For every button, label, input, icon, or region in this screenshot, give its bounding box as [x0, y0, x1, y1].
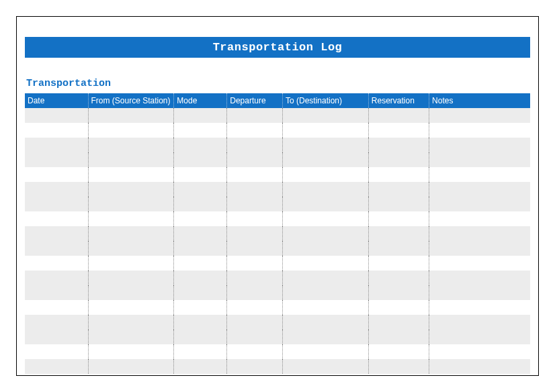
table-cell[interactable]	[227, 359, 283, 374]
table-cell[interactable]	[227, 108, 283, 123]
table-cell[interactable]	[174, 256, 227, 271]
table-cell[interactable]	[283, 241, 369, 256]
table-cell[interactable]	[25, 330, 88, 344]
table-cell[interactable]	[88, 211, 174, 226]
table-cell[interactable]	[174, 167, 227, 182]
table-cell[interactable]	[88, 167, 174, 182]
table-cell[interactable]	[429, 330, 530, 344]
table-cell[interactable]	[88, 256, 174, 271]
table-cell[interactable]	[429, 138, 530, 152]
table-cell[interactable]	[429, 241, 530, 256]
table-cell[interactable]	[88, 330, 174, 344]
table-cell[interactable]	[429, 182, 530, 197]
table-cell[interactable]	[227, 197, 283, 211]
table-cell[interactable]	[174, 226, 227, 241]
table-cell[interactable]	[368, 211, 429, 226]
table-cell[interactable]	[368, 226, 429, 241]
table-cell[interactable]	[25, 182, 88, 197]
table-cell[interactable]	[174, 152, 227, 167]
table-cell[interactable]	[174, 197, 227, 211]
table-cell[interactable]	[25, 271, 88, 285]
table-cell[interactable]	[88, 315, 174, 330]
table-cell[interactable]	[227, 138, 283, 152]
table-cell[interactable]	[88, 182, 174, 197]
table-cell[interactable]	[227, 123, 283, 138]
table-cell[interactable]	[88, 359, 174, 374]
table-cell[interactable]	[25, 315, 88, 330]
table-cell[interactable]	[25, 344, 88, 359]
table-cell[interactable]	[283, 123, 369, 138]
table-cell[interactable]	[174, 211, 227, 226]
table-cell[interactable]	[368, 167, 429, 182]
table-cell[interactable]	[368, 285, 429, 300]
table-cell[interactable]	[429, 359, 530, 374]
table-cell[interactable]	[25, 211, 88, 226]
table-cell[interactable]	[368, 123, 429, 138]
table-cell[interactable]	[283, 226, 369, 241]
table-cell[interactable]	[88, 108, 174, 123]
table-cell[interactable]	[429, 211, 530, 226]
table-cell[interactable]	[25, 197, 88, 211]
table-cell[interactable]	[25, 108, 88, 123]
table-cell[interactable]	[227, 182, 283, 197]
table-cell[interactable]	[25, 226, 88, 241]
table-cell[interactable]	[88, 344, 174, 359]
table-cell[interactable]	[429, 108, 530, 123]
table-cell[interactable]	[88, 300, 174, 315]
table-cell[interactable]	[227, 300, 283, 315]
table-cell[interactable]	[227, 152, 283, 167]
table-cell[interactable]	[174, 344, 227, 359]
table-cell[interactable]	[368, 271, 429, 285]
table-cell[interactable]	[25, 123, 88, 138]
table-cell[interactable]	[25, 300, 88, 315]
table-cell[interactable]	[25, 285, 88, 300]
table-cell[interactable]	[174, 315, 227, 330]
table-cell[interactable]	[283, 167, 369, 182]
table-cell[interactable]	[174, 330, 227, 344]
table-cell[interactable]	[283, 271, 369, 285]
table-cell[interactable]	[429, 226, 530, 241]
table-cell[interactable]	[429, 344, 530, 359]
table-cell[interactable]	[283, 344, 369, 359]
table-cell[interactable]	[283, 300, 369, 315]
table-cell[interactable]	[174, 359, 227, 374]
table-cell[interactable]	[429, 123, 530, 138]
table-cell[interactable]	[283, 197, 369, 211]
table-cell[interactable]	[283, 138, 369, 152]
table-cell[interactable]	[368, 300, 429, 315]
table-cell[interactable]	[88, 123, 174, 138]
table-cell[interactable]	[227, 226, 283, 241]
table-cell[interactable]	[227, 256, 283, 271]
table-cell[interactable]	[283, 108, 369, 123]
table-cell[interactable]	[283, 211, 369, 226]
table-cell[interactable]	[174, 182, 227, 197]
table-cell[interactable]	[227, 241, 283, 256]
table-cell[interactable]	[174, 108, 227, 123]
table-cell[interactable]	[283, 359, 369, 374]
table-cell[interactable]	[283, 182, 369, 197]
table-cell[interactable]	[283, 256, 369, 271]
table-cell[interactable]	[227, 330, 283, 344]
table-cell[interactable]	[429, 197, 530, 211]
table-cell[interactable]	[25, 256, 88, 271]
table-cell[interactable]	[25, 241, 88, 256]
table-cell[interactable]	[174, 123, 227, 138]
table-cell[interactable]	[429, 315, 530, 330]
table-cell[interactable]	[429, 300, 530, 315]
table-cell[interactable]	[429, 152, 530, 167]
table-cell[interactable]	[25, 138, 88, 152]
table-cell[interactable]	[368, 241, 429, 256]
table-cell[interactable]	[88, 226, 174, 241]
table-cell[interactable]	[368, 182, 429, 197]
table-cell[interactable]	[368, 315, 429, 330]
table-cell[interactable]	[174, 300, 227, 315]
table-cell[interactable]	[368, 108, 429, 123]
table-cell[interactable]	[283, 330, 369, 344]
table-cell[interactable]	[25, 359, 88, 374]
table-cell[interactable]	[25, 167, 88, 182]
table-cell[interactable]	[227, 271, 283, 285]
table-cell[interactable]	[283, 315, 369, 330]
table-cell[interactable]	[227, 285, 283, 300]
table-cell[interactable]	[174, 138, 227, 152]
table-cell[interactable]	[429, 285, 530, 300]
